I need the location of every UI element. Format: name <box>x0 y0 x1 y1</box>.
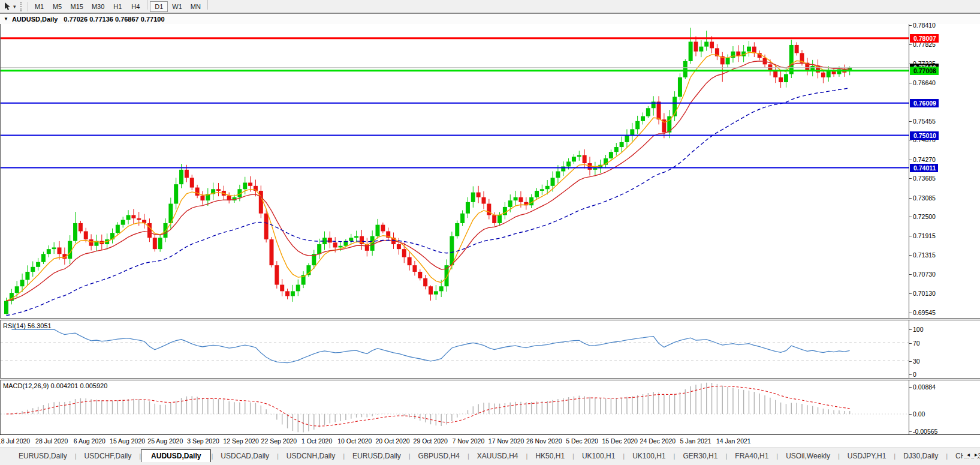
tab-scroll-right-button[interactable]: ▸ <box>975 451 978 458</box>
chart-tab-ger30-h1[interactable]: GER30,H1 <box>675 450 725 462</box>
price-tick-label: 0.69545 <box>913 309 936 316</box>
tab-list: EURUSD,Daily|USDCHF,Daily|AUDUSD,Daily|U… <box>11 449 980 462</box>
macd-axis[interactable]: 0.008840.00-0.00565 <box>909 380 980 434</box>
axis-tick <box>909 121 912 122</box>
price-tick-label: 0.78410 <box>913 22 936 29</box>
chevron-down-icon[interactable]: ▾ <box>13 4 16 10</box>
rsi-label: RSI(14) 56.3051 <box>3 322 52 329</box>
timeframe-button-h4[interactable]: H4 <box>126 1 144 12</box>
axis-tick <box>909 374 912 375</box>
axis-tick <box>909 313 912 313</box>
chart-tab-usdcad-daily[interactable]: USDCAD,Daily <box>213 450 277 462</box>
chart-tab-dj30-daily[interactable]: DJ30,Daily <box>895 450 946 462</box>
axis-tick <box>909 25 912 26</box>
macd-indicator-pane: MACD(12,26,9) 0.004201 0.005920 0.008840… <box>0 380 980 434</box>
price-tick-label: 0.74270 <box>913 156 936 163</box>
chart-tab-bar: EURUSD,Daily|USDCHF,Daily|AUDUSD,Daily|U… <box>0 448 980 463</box>
chart-tab-uk100-h1[interactable]: UK100,H1 <box>574 450 623 462</box>
date-tick-label: 24 Dec 2020 <box>640 437 676 445</box>
price-tick-label: 0.73685 <box>913 175 936 182</box>
date-tick-label: 26 Nov 2020 <box>526 437 562 445</box>
axis-tick <box>909 255 912 256</box>
date-tick-label: 17 Nov 2020 <box>489 437 524 445</box>
tab-scroll-controls: ◂ ▸ <box>963 451 978 458</box>
chart-tab-uk100-h1[interactable]: UK100,H1 <box>625 450 673 462</box>
rsi-plot[interactable] <box>0 320 909 378</box>
timeframe-group: D1W1MN <box>150 0 205 13</box>
toolbar-divider <box>28 2 28 11</box>
chart-tab-gbpusd-h4[interactable]: GBPUSD,H4 <box>411 450 468 462</box>
axis-tick <box>909 198 912 199</box>
price-tick-label: 0.70730 <box>913 271 936 278</box>
price-tick-label: 0.73085 <box>913 194 936 202</box>
rsi-axis[interactable]: 10070300 <box>909 320 980 378</box>
price-axis[interactable]: 0.784100.778250.772250.766400.754550.748… <box>909 24 980 318</box>
axis-tick <box>909 178 912 179</box>
axis-tick <box>909 274 912 275</box>
timeframe-button-h1[interactable]: H1 <box>108 1 126 12</box>
chart-tab-usdchf-daily[interactable]: USDCHF,Daily <box>77 450 140 462</box>
chart-tab-audusd-daily[interactable]: AUDUSD,Daily <box>141 449 211 462</box>
crosshair-cursor-icon[interactable] <box>2 1 13 12</box>
date-tick-label: 29 Oct 2020 <box>414 437 448 445</box>
date-tick-label: 15 Dec 2020 <box>602 437 638 445</box>
rsi-tick-label: 30 <box>913 358 920 365</box>
price-tick-label: 0.75455 <box>913 118 936 125</box>
date-tick-label: 22 Sep 2020 <box>261 437 297 445</box>
timeframe-button-m15[interactable]: M15 <box>67 1 88 12</box>
date-tick-label: 1 Oct 2020 <box>301 437 332 445</box>
toolbar-grip-handle[interactable] <box>20 2 22 11</box>
rsi-tick-label: 100 <box>913 326 924 333</box>
timeframe-button-w1[interactable]: W1 <box>168 1 186 12</box>
tab-scroll-left-button[interactable]: ◂ <box>967 451 970 458</box>
price-tick-label: 0.76640 <box>913 79 936 86</box>
chart-tab-usdcnh-daily[interactable]: USDCNH,Daily <box>279 450 343 462</box>
macd-plot[interactable] <box>0 380 909 434</box>
chart-tab-eurusd-daily[interactable]: EURUSD,Daily <box>345 450 409 462</box>
date-tick-label: 7 Nov 2020 <box>453 437 485 445</box>
date-tick-label: 18 Jul 2020 <box>0 437 30 445</box>
timeframe-button-m30[interactable]: M30 <box>88 1 108 12</box>
price-tick-label: 0.71315 <box>913 251 936 259</box>
timeframe-button-m1[interactable]: M1 <box>31 1 49 12</box>
collapse-chart-icon[interactable]: ▼ <box>4 16 8 22</box>
axis-tick <box>909 140 912 140</box>
price-line-badge-076009: 0.76009 <box>910 99 939 107</box>
date-tick-label: 5 Jan 2021 <box>680 437 711 445</box>
chart-title-bar: ▼ AUDUSD,Daily 0.77026 0.77136 0.76867 0… <box>0 13 980 24</box>
date-tick-label: 15 Aug 2020 <box>110 437 145 445</box>
macd-tick-label: 0.00 <box>913 410 925 418</box>
date-tick-label: 5 Dec 2020 <box>566 437 598 445</box>
macd-label: MACD(12,26,9) 0.004201 0.005920 <box>3 382 107 389</box>
chart-tab-hk50-h1[interactable]: HK50,H1 <box>527 450 572 462</box>
axis-tick <box>909 431 912 432</box>
chart-tab-fra40-h1[interactable]: FRA40,H1 <box>727 450 776 462</box>
axis-tick <box>909 293 912 294</box>
price-line-badge-075010: 0.75010 <box>910 131 939 140</box>
chart-tab-usoil-weekly[interactable]: USOil,Weekly <box>778 450 838 462</box>
timeframe-button-mn[interactable]: MN <box>186 1 205 12</box>
date-tick-label: 12 Sep 2020 <box>223 437 259 445</box>
timeframe-group: M1M5M15M30H1H4 <box>31 0 145 13</box>
chart-symbol-title: AUDUSD,Daily <box>12 16 58 23</box>
macd-tick-label: -0.00565 <box>913 428 937 435</box>
chart-tab-eurusd-daily[interactable]: EURUSD,Daily <box>11 450 75 462</box>
price-tick-label: 0.70130 <box>913 290 936 297</box>
axis-tick <box>909 343 912 344</box>
toolbar-divider <box>147 0 147 10</box>
axis-tick <box>909 361 912 362</box>
date-tick-label: 3 Sep 2020 <box>187 437 219 445</box>
date-tick-label: 14 Jan 2021 <box>716 437 751 445</box>
chart-tab-usdjpy-h1[interactable]: USDJPY,H1 <box>840 450 894 462</box>
trading-terminal-window: { "toolbar": { "cursor_icon": "crosshair… <box>0 0 980 465</box>
rsi-tick-label: 70 <box>913 340 920 347</box>
timeframe-button-d1[interactable]: D1 <box>150 1 168 12</box>
timeframe-button-m5[interactable]: M5 <box>49 1 67 12</box>
date-axis[interactable]: 18 Jul 202028 Jul 20206 Aug 202015 Aug 2… <box>0 434 980 448</box>
candlestick-plot[interactable] <box>0 24 909 318</box>
axis-tick <box>909 236 912 236</box>
axis-tick <box>909 83 912 83</box>
date-tick-label: 10 Oct 2020 <box>337 437 372 445</box>
price-line-badge-074011: 0.74011 <box>910 164 938 172</box>
chart-tab-xauusd-h4[interactable]: XAUUSD,H4 <box>469 450 526 462</box>
